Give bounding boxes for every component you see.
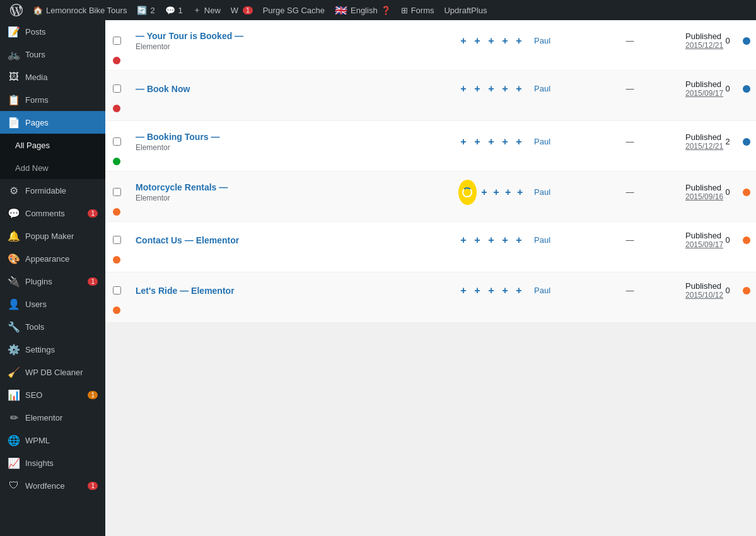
row3-page-title[interactable]: — Booking Tours — — [136, 132, 446, 142]
updraft-link[interactable]: UpdraftPlus — [439, 0, 492, 20]
row6-action-2[interactable]: + — [472, 285, 482, 296]
row6-action-5[interactable]: + — [514, 285, 524, 296]
forms-icon: ⊞ — [401, 6, 408, 15]
row4-page-title[interactable]: Motorcycle Rentals — — [136, 182, 446, 192]
row5-actions: + + + + + — [453, 235, 529, 246]
row2-author[interactable]: Paul — [529, 84, 579, 93]
row6-checkbox[interactable] — [113, 286, 121, 294]
row3-date-cell: Published 2015/12/21 — [680, 132, 718, 151]
row2-checkbox[interactable] — [113, 84, 121, 93]
row4-action-3[interactable]: + — [492, 187, 500, 198]
sidebar-item-elementor[interactable]: ✏ Elementor — [0, 406, 105, 429]
row2-dot1-cell — [737, 85, 756, 93]
row2-action-1[interactable]: + — [458, 83, 468, 95]
row4-actions: + + + + — [453, 180, 529, 205]
row3-dot2-cell — [105, 158, 128, 165]
row3-author[interactable]: Paul — [529, 137, 579, 146]
sidebar-item-media[interactable]: 🖼 Media — [0, 66, 105, 88]
row1-author[interactable]: Paul — [529, 36, 579, 45]
row3-checkbox[interactable] — [113, 137, 121, 146]
row3-action-4[interactable]: + — [500, 136, 510, 148]
row5-checkbox[interactable] — [113, 236, 121, 244]
sidebar-label-forms: Forms — [25, 95, 98, 105]
row6-action-3[interactable]: + — [486, 285, 496, 296]
row1-action-3[interactable]: + — [486, 35, 496, 47]
help-icon: ❓ — [381, 6, 391, 15]
row1-action-5[interactable]: + — [514, 35, 524, 47]
sidebar-item-wpml[interactable]: 🌐 WPML — [0, 429, 105, 452]
comments-link[interactable]: 💬 1 — [160, 0, 188, 20]
sidebar-item-users[interactable]: 👤 Users — [0, 293, 105, 315]
wp-logo[interactable] — [5, 0, 28, 20]
seo-icon: 📊 — [8, 389, 20, 401]
row2-action-2[interactable]: + — [472, 83, 482, 95]
sidebar-item-comments[interactable]: 💬 Comments 1 — [0, 202, 105, 224]
sidebar-item-tools[interactable]: 🔧 Tools — [0, 315, 105, 338]
language-selector[interactable]: 🇬🇧 English ❓ — [330, 0, 396, 20]
sidebar-item-pages[interactable]: 📄 Pages — [0, 111, 105, 134]
row5-action-1[interactable]: + — [458, 235, 468, 246]
sidebar-item-forms[interactable]: 📋 Forms — [0, 88, 105, 111]
row1-action-1[interactable]: + — [458, 35, 468, 47]
row1-action-2[interactable]: + — [472, 35, 482, 47]
row2-action-4[interactable]: + — [500, 83, 510, 95]
row1-count: 0 — [718, 36, 737, 45]
row1-dot1 — [743, 37, 750, 45]
row6-author[interactable]: Paul — [529, 286, 579, 295]
site-name[interactable]: 🏠 Lemonrock Bike Tours — [28, 0, 132, 20]
sidebar-label-appearance: Appearance — [25, 254, 98, 264]
sidebar-item-settings[interactable]: ⚙️ Settings — [0, 338, 105, 361]
sidebar-item-formidable[interactable]: ⚙ Formidable — [0, 179, 105, 202]
updates-icon: 🔄 — [137, 6, 147, 15]
row5-action-3[interactable]: + — [486, 235, 496, 246]
forms-link[interactable]: ⊞ Forms — [396, 0, 439, 20]
purge-cache-button[interactable]: Purge SG Cache — [258, 0, 330, 20]
sidebar-item-add-new[interactable]: Add New — [0, 156, 105, 179]
row6-action-1[interactable]: + — [458, 285, 468, 296]
sidebar-item-tours[interactable]: 🚲 Tours — [0, 43, 105, 66]
row4-author[interactable]: Paul — [529, 187, 579, 197]
sidebar-item-seo[interactable]: 📊 SEO 1 — [0, 383, 105, 406]
plugin-badge[interactable]: W 1 — [226, 0, 258, 20]
row2-action-3[interactable]: + — [486, 83, 496, 95]
sidebar-item-posts[interactable]: 📝 Posts — [0, 20, 105, 43]
row6-action-4[interactable]: + — [500, 285, 510, 296]
sidebar-item-wp-db-cleaner[interactable]: 🧹 WP DB Cleaner — [0, 361, 105, 383]
row5-action-2[interactable]: + — [472, 235, 482, 246]
sidebar-item-wordfence[interactable]: 🛡 Wordfence 1 — [0, 474, 105, 497]
row4-action-2[interactable]: + — [480, 187, 489, 198]
row3-action-5[interactable]: + — [514, 136, 524, 148]
sidebar-item-all-pages[interactable]: All Pages — [0, 134, 105, 156]
row4-checkbox[interactable] — [113, 188, 121, 196]
new-button[interactable]: ＋ New — [188, 0, 226, 20]
row2-action-5[interactable]: + — [514, 83, 524, 95]
row3-action-2[interactable]: + — [472, 136, 482, 148]
row3-action-3[interactable]: + — [486, 136, 496, 148]
sidebar-item-popup-maker[interactable]: 🔔 Popup Maker — [0, 224, 105, 247]
row2-actions: + + + + + — [453, 83, 529, 95]
sidebar-label-wp-db-cleaner: WP DB Cleaner — [25, 368, 98, 377]
row5-action-4[interactable]: + — [500, 235, 510, 246]
row2-checkbox-cell — [105, 84, 128, 93]
row1-page-title[interactable]: — Your Tour is Booked — — [136, 31, 446, 41]
row1-checkbox[interactable] — [113, 37, 121, 45]
table-row: — Booking Tours — Elementor + + + + + Pa… — [105, 121, 756, 172]
all-pages-label: All Pages — [15, 141, 98, 150]
row5-author[interactable]: Paul — [529, 235, 579, 245]
row5-action-5[interactable]: + — [514, 235, 524, 246]
sidebar-label-plugins: Plugins — [25, 277, 83, 286]
row5-page-title[interactable]: Contact Us — Elementor — [136, 235, 446, 245]
row1-dash: — — [579, 36, 680, 45]
row6-page-title[interactable]: Let's Ride — Elementor — [136, 286, 446, 296]
row2-page-title[interactable]: — Book Now — [136, 84, 446, 94]
sidebar-label-settings: Settings — [25, 345, 98, 354]
sidebar-item-plugins[interactable]: 🔌 Plugins 1 — [0, 270, 105, 293]
sidebar-item-appearance[interactable]: 🎨 Appearance — [0, 247, 105, 270]
row4-action-5[interactable]: + — [516, 187, 524, 198]
updates-link[interactable]: 🔄 2 — [132, 0, 160, 20]
sidebar-item-insights[interactable]: 📈 Insights — [0, 452, 105, 474]
row4-action-4[interactable]: + — [504, 187, 512, 198]
row1-action-4[interactable]: + — [500, 35, 510, 47]
row3-action-1[interactable]: + — [458, 136, 468, 148]
row6-count: 0 — [718, 286, 737, 295]
